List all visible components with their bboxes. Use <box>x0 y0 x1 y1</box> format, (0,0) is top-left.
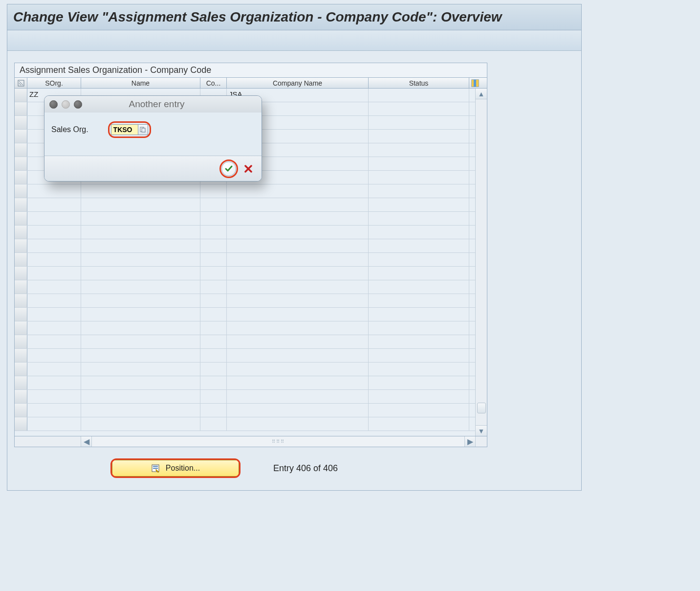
select-all-header[interactable] <box>15 78 27 88</box>
cell-status[interactable] <box>369 349 469 362</box>
column-header-sorg[interactable]: SOrg. <box>27 78 81 88</box>
cell-cocd[interactable] <box>200 294 227 307</box>
table-row[interactable] <box>15 363 475 376</box>
cell-company_name[interactable] <box>227 198 369 211</box>
table-row[interactable] <box>15 184 475 198</box>
cell-cocd[interactable] <box>200 390 227 403</box>
cell-name[interactable] <box>81 349 200 362</box>
cell-company_name[interactable] <box>227 321 369 335</box>
cell-name[interactable] <box>81 267 200 280</box>
cell-status[interactable] <box>369 321 469 335</box>
cell-status[interactable] <box>369 294 469 307</box>
table-row[interactable] <box>15 253 475 267</box>
cell-company_name[interactable] <box>227 417 369 431</box>
dialog-titlebar[interactable]: Another entry <box>44 96 262 113</box>
cell-status[interactable] <box>369 130 469 143</box>
cell-status[interactable] <box>369 239 469 252</box>
row-selector[interactable] <box>15 184 27 198</box>
configure-columns-button[interactable] <box>469 78 481 88</box>
cell-company_name[interactable] <box>227 267 369 280</box>
cell-company_name[interactable] <box>227 184 369 198</box>
cell-status[interactable] <box>369 390 469 403</box>
cell-sorg[interactable] <box>27 321 81 335</box>
table-row[interactable] <box>15 239 475 253</box>
row-selector[interactable] <box>15 239 27 252</box>
row-selector[interactable] <box>15 321 27 335</box>
cell-sorg[interactable] <box>27 294 81 307</box>
cell-company_name[interactable] <box>227 363 369 376</box>
column-header-company-name[interactable]: Company Name <box>227 78 369 88</box>
row-selector[interactable] <box>15 102 27 115</box>
cell-sorg[interactable] <box>27 226 81 239</box>
row-selector[interactable] <box>15 212 27 225</box>
row-selector[interactable] <box>15 363 27 376</box>
cell-sorg[interactable] <box>27 239 81 252</box>
cell-status[interactable] <box>369 116 469 129</box>
cell-company_name[interactable] <box>227 308 369 321</box>
cell-cocd[interactable] <box>200 376 227 389</box>
row-selector[interactable] <box>15 253 27 266</box>
vertical-scrollbar[interactable]: ▲ ▼ <box>475 89 487 436</box>
cell-status[interactable] <box>369 102 469 115</box>
cell-cocd[interactable] <box>200 404 227 417</box>
cell-status[interactable] <box>369 308 469 321</box>
table-row[interactable] <box>15 335 475 349</box>
cell-name[interactable] <box>81 308 200 321</box>
row-selector[interactable] <box>15 198 27 211</box>
cell-name[interactable] <box>81 335 200 348</box>
row-selector[interactable] <box>15 171 27 184</box>
scroll-left-button[interactable]: ◀ <box>81 436 92 447</box>
row-selector[interactable] <box>15 116 27 129</box>
cell-name[interactable] <box>81 212 200 225</box>
row-selector[interactable] <box>15 89 27 102</box>
cell-status[interactable] <box>369 198 469 211</box>
cell-name[interactable] <box>81 321 200 335</box>
cell-name[interactable] <box>81 390 200 403</box>
row-selector[interactable] <box>15 130 27 143</box>
row-selector[interactable] <box>15 226 27 239</box>
scroll-right-button[interactable]: ▶ <box>464 436 475 447</box>
table-row[interactable] <box>15 280 475 294</box>
table-row[interactable] <box>15 308 475 321</box>
cell-cocd[interactable] <box>200 239 227 252</box>
cell-cocd[interactable] <box>200 184 227 198</box>
position-button[interactable]: Position... <box>112 460 239 477</box>
cell-cocd[interactable] <box>200 349 227 362</box>
row-selector[interactable] <box>15 143 27 157</box>
cell-cocd[interactable] <box>200 308 227 321</box>
table-row[interactable] <box>15 417 475 431</box>
cell-status[interactable] <box>369 404 469 417</box>
cell-status[interactable] <box>369 212 469 225</box>
cell-sorg[interactable] <box>27 308 81 321</box>
column-header-status[interactable]: Status <box>369 78 469 88</box>
row-selector[interactable] <box>15 267 27 280</box>
table-row[interactable] <box>15 212 475 226</box>
cell-company_name[interactable] <box>227 376 369 389</box>
cell-name[interactable] <box>81 280 200 294</box>
scroll-up-button[interactable]: ▲ <box>476 89 487 99</box>
scroll-down-button[interactable]: ▼ <box>476 425 487 436</box>
cell-sorg[interactable] <box>27 349 81 362</box>
row-selector[interactable] <box>15 294 27 307</box>
cell-sorg[interactable] <box>27 390 81 403</box>
cell-sorg[interactable] <box>27 335 81 348</box>
cell-company_name[interactable] <box>227 212 369 225</box>
row-selector[interactable] <box>15 335 27 348</box>
cell-sorg[interactable] <box>27 184 81 198</box>
table-row[interactable] <box>15 349 475 363</box>
cell-cocd[interactable] <box>200 280 227 294</box>
cell-status[interactable] <box>369 89 469 102</box>
cell-cocd[interactable] <box>200 226 227 239</box>
cancel-button[interactable] <box>243 163 254 174</box>
cell-company_name[interactable] <box>227 226 369 239</box>
window-close-icon[interactable] <box>49 100 58 109</box>
cell-status[interactable] <box>369 267 469 280</box>
cell-name[interactable] <box>81 239 200 252</box>
cell-company_name[interactable] <box>227 294 369 307</box>
cell-company_name[interactable] <box>227 404 369 417</box>
cell-cocd[interactable] <box>200 363 227 376</box>
cell-sorg[interactable] <box>27 267 81 280</box>
cell-cocd[interactable] <box>200 212 227 225</box>
cell-cocd[interactable] <box>200 267 227 280</box>
row-selector[interactable] <box>15 308 27 321</box>
